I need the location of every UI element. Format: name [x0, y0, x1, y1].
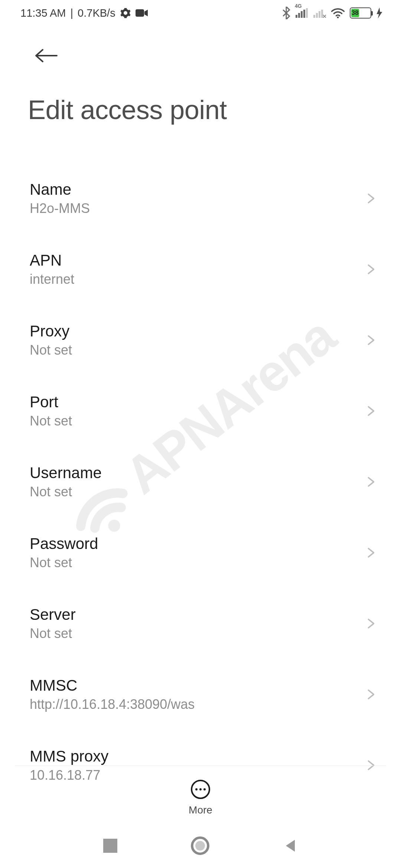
chevron-right-icon	[364, 263, 377, 276]
circle-icon	[190, 836, 210, 855]
row-value: Not set	[30, 484, 364, 500]
nav-home-button[interactable]	[190, 836, 210, 855]
page-title: Edit access point	[28, 95, 381, 125]
arrow-left-icon	[35, 48, 58, 63]
chevron-right-icon	[364, 759, 377, 772]
chevron-right-icon	[364, 334, 377, 346]
bluetooth-icon	[282, 7, 290, 19]
bottom-action-bar: More	[0, 780, 401, 816]
chevron-right-icon	[364, 688, 377, 701]
battery-icon: 38	[350, 7, 371, 19]
row-port[interactable]: Port Not set	[30, 378, 381, 449]
svg-rect-12	[103, 839, 117, 853]
row-value: H2o-MMS	[30, 201, 364, 216]
chevron-right-icon	[364, 192, 377, 205]
nav-recents-button[interactable]	[103, 839, 117, 853]
row-value: Not set	[30, 626, 364, 641]
status-net-rate: 0.7KB/s	[78, 7, 115, 19]
chevron-right-icon	[364, 617, 377, 630]
row-value: Not set	[30, 555, 364, 571]
status-sep: |	[71, 7, 74, 19]
status-bar: 11:35 AM | 0.7KB/s 4G	[0, 0, 401, 26]
row-server[interactable]: Server Not set	[30, 591, 381, 662]
svg-point-11	[337, 17, 339, 18]
row-apn[interactable]: APN internet	[30, 237, 381, 308]
svg-rect-8	[316, 13, 318, 18]
row-label: Port	[30, 393, 364, 411]
row-label: APN	[30, 251, 364, 269]
wifi-icon	[331, 8, 345, 18]
row-label: Username	[30, 464, 364, 482]
square-icon	[103, 839, 117, 853]
svg-point-14	[195, 841, 205, 851]
triangle-left-icon	[283, 838, 298, 853]
row-value: Not set	[30, 413, 364, 429]
row-label: Name	[30, 181, 364, 198]
more-button[interactable]: More	[189, 780, 212, 816]
camera-icon	[136, 9, 148, 17]
svg-rect-9	[319, 11, 320, 18]
settings-list: Name H2o-MMS APN internet Proxy Not set …	[0, 166, 401, 783]
charging-icon	[376, 7, 382, 19]
row-label: Password	[30, 535, 364, 553]
svg-rect-6	[306, 8, 308, 18]
row-name[interactable]: Name H2o-MMS	[30, 166, 381, 237]
chevron-right-icon	[364, 546, 377, 559]
signal-no-sim-icon	[313, 8, 326, 18]
row-value: http://10.16.18.4:38090/was	[30, 697, 364, 712]
svg-rect-3	[298, 13, 300, 18]
row-username[interactable]: Username Not set	[30, 449, 381, 520]
more-icon	[191, 780, 210, 799]
svg-rect-2	[296, 15, 297, 18]
svg-rect-4	[301, 11, 303, 18]
more-label: More	[189, 804, 212, 816]
nav-back-button[interactable]	[283, 838, 298, 853]
row-password[interactable]: Password Not set	[30, 520, 381, 591]
row-proxy[interactable]: Proxy Not set	[30, 308, 381, 378]
svg-rect-1	[136, 9, 144, 17]
signal-4g-icon: 4G	[296, 8, 308, 18]
row-label: Proxy	[30, 322, 364, 340]
row-label: MMS proxy	[30, 747, 364, 765]
system-nav-bar	[0, 823, 401, 868]
gear-icon	[120, 7, 131, 19]
status-time: 11:35 AM	[20, 7, 66, 19]
header: Edit access point	[0, 26, 401, 125]
row-label: Server	[30, 606, 364, 624]
svg-rect-5	[303, 10, 305, 18]
chevron-right-icon	[364, 405, 377, 417]
svg-rect-10	[321, 10, 323, 18]
row-mms-proxy[interactable]: MMS proxy 10.16.18.77	[30, 733, 381, 783]
back-button[interactable]	[32, 41, 61, 70]
row-value: internet	[30, 272, 364, 287]
row-label: MMSC	[30, 677, 364, 694]
divider	[15, 766, 386, 766]
row-value: Not set	[30, 342, 364, 358]
row-mmsc[interactable]: MMSC http://10.16.18.4:38090/was	[30, 662, 381, 733]
chevron-right-icon	[364, 476, 377, 488]
svg-rect-7	[313, 15, 315, 18]
